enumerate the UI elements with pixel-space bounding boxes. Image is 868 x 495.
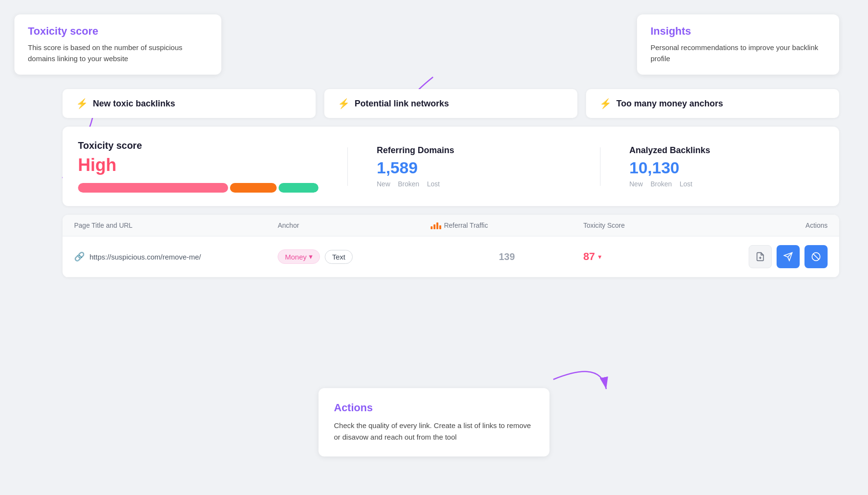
bolt-icon-red: ⚡ [76, 98, 88, 109]
th-actions: Actions [705, 221, 828, 229]
money-chevron-icon: ▾ [309, 252, 313, 261]
alert-money-anchors[interactable]: ⚡ Too many money anchors [586, 89, 839, 118]
link-icon: 🔗 [74, 251, 85, 262]
score-divider-2 [600, 147, 600, 186]
alert-toxic-backlinks[interactable]: ⚡ New toxic backlinks [63, 89, 316, 118]
main-content: ⚡ New toxic backlinks ⚡ Potential link n… [63, 89, 839, 277]
th-traffic-label: Referral Traffic [444, 221, 488, 229]
th-url: Page Title and URL [74, 221, 278, 229]
row-url[interactable]: https://suspicious.com/remove-me/ [89, 253, 201, 261]
td-traffic: 139 [431, 251, 583, 262]
actions-tooltip-title: Actions [334, 402, 534, 414]
toxicity-tooltip-description: This score is based on the number of sus… [28, 42, 208, 64]
analyzed-backlinks-value: 10,130 [629, 158, 824, 177]
rd-lost[interactable]: Lost [427, 180, 439, 188]
disavow-action-button[interactable] [804, 245, 828, 268]
bar-chart-icon [431, 221, 441, 229]
toxicity-score-value: 87 [583, 250, 595, 263]
table-header: Page Title and URL Anchor Referral Traff… [63, 215, 839, 236]
page-wrapper: Toxicity score This score is based on th… [0, 0, 868, 495]
alert-toxic-label: New toxic backlinks [93, 99, 175, 109]
td-actions [705, 245, 828, 268]
insights-tooltip-title: Insights [651, 25, 826, 38]
actions-tooltip: Actions Check the quality of every link.… [319, 388, 549, 456]
bar-red [78, 183, 228, 193]
analyzed-backlinks-block: Analyzed Backlinks 10,130 New Broken Los… [629, 145, 824, 188]
file-action-button[interactable] [749, 245, 772, 268]
svg-line-6 [813, 254, 819, 260]
alert-link-networks[interactable]: ⚡ Potential link networks [324, 89, 577, 118]
bar-orange [230, 183, 277, 193]
actions-tooltip-description: Check the quality of every link. Create … [334, 420, 534, 443]
referring-domains-value: 1,589 [377, 158, 571, 177]
toxicity-progress-bar [78, 183, 319, 193]
toxicity-level: High [78, 155, 319, 175]
score-left: Toxicity score High [78, 140, 319, 193]
referring-domains-sub: New Broken Lost [377, 180, 571, 188]
ab-new[interactable]: New [629, 180, 643, 188]
th-anchor: Anchor [278, 221, 430, 229]
analyzed-backlinks-label: Analyzed Backlinks [629, 145, 824, 156]
anchor-money-label: Money [285, 253, 306, 261]
rd-new[interactable]: New [377, 180, 390, 188]
referring-domains-label: Referring Domains [377, 145, 571, 156]
th-toxicity: Toxicity Score [583, 221, 705, 229]
insights-tooltip-description: Personal recommendations to improve your… [651, 42, 826, 64]
alerts-row: ⚡ New toxic backlinks ⚡ Potential link n… [63, 89, 839, 118]
backlinks-table: Page Title and URL Anchor Referral Traff… [63, 215, 839, 277]
alert-money-label: Too many money anchors [616, 99, 723, 109]
referring-domains-block: Referring Domains 1,589 New Broken Lost [377, 145, 571, 188]
th-traffic: Referral Traffic [431, 221, 583, 229]
toxicity-score-label: Toxicity score [78, 140, 319, 151]
ab-broken[interactable]: Broken [651, 180, 672, 188]
alert-networks-label: Potential link networks [355, 99, 449, 109]
anchor-money-badge[interactable]: Money ▾ [278, 249, 320, 264]
td-anchor: Money ▾ Text [278, 249, 430, 264]
send-action-button[interactable] [777, 245, 800, 268]
toxicity-score-tooltip: Toxicity score This score is based on th… [14, 14, 221, 75]
toxicity-tooltip-title: Toxicity score [28, 25, 208, 38]
analyzed-backlinks-sub: New Broken Lost [629, 180, 824, 188]
bolt-icon-orange: ⚡ [338, 98, 350, 109]
score-panel: Toxicity score High Referring Domains 1,… [63, 127, 839, 206]
rd-broken[interactable]: Broken [398, 180, 419, 188]
td-url: 🔗 https://suspicious.com/remove-me/ [74, 251, 278, 262]
td-toxicity: 87 ▾ [583, 250, 705, 263]
anchor-text-label: Text [332, 253, 345, 261]
toxicity-chevron-icon[interactable]: ▾ [598, 253, 601, 261]
score-divider [347, 147, 348, 186]
table-row: 🔗 https://suspicious.com/remove-me/ Mone… [63, 236, 839, 277]
bolt-icon-yellow: ⚡ [600, 98, 612, 109]
insights-tooltip: Insights Personal recommendations to imp… [637, 14, 839, 75]
ab-lost[interactable]: Lost [679, 180, 692, 188]
bar-green [279, 183, 319, 193]
anchor-text-badge[interactable]: Text [325, 250, 353, 264]
